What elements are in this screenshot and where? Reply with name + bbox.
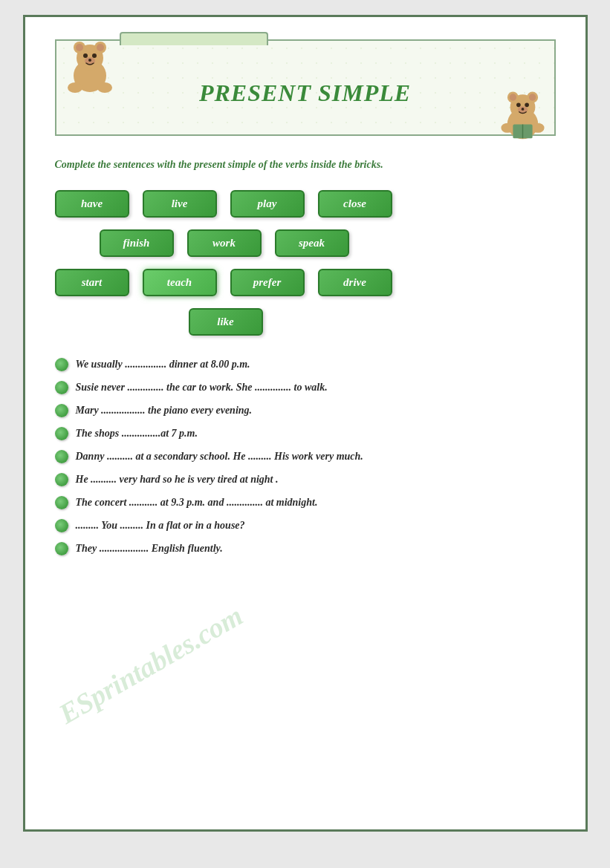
verb-brick-like: like	[189, 308, 263, 336]
bullet-icon-7	[55, 496, 68, 509]
sentence-item-6: He .......... very hard so he is very ti…	[55, 471, 556, 487]
verb-brick-play: play	[230, 190, 305, 218]
sentence-item-8: ......... You ......... In a flat or in …	[55, 518, 556, 533]
verb-row-2: finish work speak	[55, 229, 556, 257]
svg-point-9	[88, 59, 91, 62]
svg-point-17	[528, 94, 535, 100]
bullet-icon-1	[55, 358, 68, 371]
bullet-icon-8	[55, 519, 68, 532]
verb-brick-speak: speak	[275, 229, 349, 257]
sentence-text-1: We usually ................ dinner at 8.…	[76, 356, 556, 372]
svg-point-16	[509, 94, 516, 100]
bear-left-icon	[60, 37, 120, 97]
verb-row-3: start teach prefer drive	[55, 269, 556, 296]
verb-brick-drive: drive	[318, 269, 392, 296]
verb-row-1: have live play close	[55, 190, 556, 218]
header-tab	[120, 32, 268, 45]
verb-brick-close: close	[318, 190, 392, 218]
verb-brick-finish: finish	[100, 229, 174, 257]
verbs-section: have live play close finish work speak s…	[55, 190, 556, 336]
sentence-item-1: We usually ................ dinner at 8.…	[55, 356, 556, 372]
bullet-icon-5	[55, 450, 68, 463]
sentence-text-3: Mary ................. the piano every e…	[76, 402, 556, 418]
sentence-item-4: The shops ...............at 7 p.m.	[55, 425, 556, 441]
bullet-icon-4	[55, 427, 68, 440]
sentence-text-2: Susie never .............. the car to wo…	[76, 379, 556, 395]
sentences-section: We usually ................ dinner at 8.…	[55, 356, 556, 556]
sentence-text-8: ......... You ......... In a flat or in …	[76, 518, 556, 533]
sentence-item-2: Susie never .............. the car to wo…	[55, 379, 556, 395]
sentence-item-7: The concert ........... at 9.3 p.m. and …	[55, 495, 556, 510]
verb-brick-start: start	[55, 269, 129, 296]
verb-brick-prefer: prefer	[230, 269, 305, 296]
svg-point-11	[97, 82, 112, 93]
svg-point-21	[521, 108, 524, 111]
bullet-icon-3	[55, 404, 68, 417]
worksheet-page: PRESENT SIMPLE	[23, 15, 588, 832]
bullet-icon-6	[55, 473, 68, 486]
verb-brick-have: have	[55, 190, 129, 218]
sentence-item-9: They ................... English fluentl…	[55, 541, 556, 556]
sentence-text-5: Danny .......... at a secondary school. …	[76, 448, 556, 464]
bullet-icon-2	[55, 381, 68, 394]
bullet-icon-9	[55, 542, 68, 555]
svg-point-5	[97, 44, 104, 51]
svg-point-4	[76, 44, 83, 51]
svg-point-18	[516, 103, 521, 108]
sentence-text-9: They ................... English fluentl…	[76, 541, 556, 556]
bear-right-icon	[495, 86, 551, 142]
instructions-text: Complete the sentences with the present …	[55, 157, 556, 172]
svg-point-7	[92, 53, 97, 58]
verb-row-4: like	[55, 308, 556, 336]
sentence-text-4: The shops ...............at 7 p.m.	[76, 425, 556, 441]
sentence-item-3: Mary ................. the piano every e…	[55, 402, 556, 418]
svg-point-22	[501, 123, 513, 133]
svg-point-23	[531, 123, 544, 133]
svg-point-19	[525, 103, 529, 108]
verb-brick-live: live	[143, 190, 217, 218]
svg-point-6	[83, 53, 88, 58]
header-banner: PRESENT SIMPLE	[55, 39, 556, 136]
watermark-text: ESprintables.com	[53, 599, 247, 731]
verb-brick-teach: teach	[143, 269, 217, 296]
page-title: PRESENT SIMPLE	[199, 79, 411, 107]
sentence-item-5: Danny .......... at a secondary school. …	[55, 448, 556, 464]
verb-brick-work: work	[187, 229, 262, 257]
svg-point-10	[68, 82, 82, 93]
sentence-text-6: He .......... very hard so he is very ti…	[76, 471, 556, 487]
sentence-text-7: The concert ........... at 9.3 p.m. and …	[76, 495, 556, 510]
